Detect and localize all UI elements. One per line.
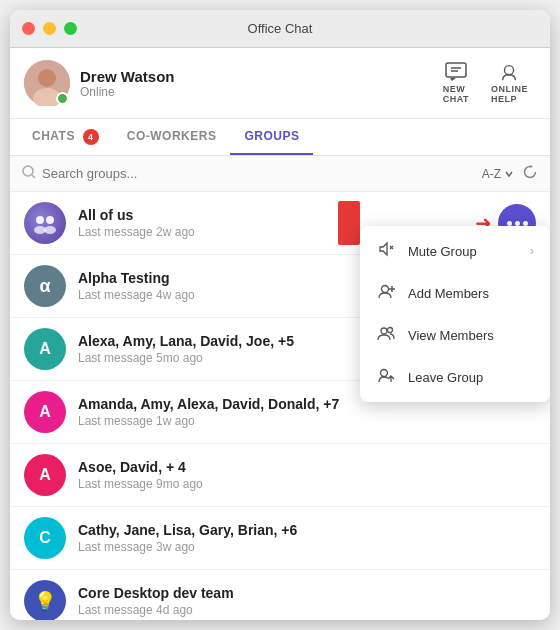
group-item[interactable]: A Asoe, David, + 4 Last message 9mo ago bbox=[10, 444, 550, 507]
mute-icon bbox=[376, 240, 396, 262]
sort-button[interactable]: A-Z bbox=[482, 167, 514, 181]
group-name: Alpha Testing bbox=[78, 270, 358, 286]
group-info: Cathy, Jane, Lisa, Gary, Brian, +6 Last … bbox=[78, 522, 536, 554]
group-last-message: Last message 4d ago bbox=[78, 603, 536, 617]
group-name: All of us bbox=[78, 207, 358, 223]
leave-group-label: Leave Group bbox=[408, 370, 534, 385]
minimize-button[interactable] bbox=[43, 22, 56, 35]
chats-badge: 4 bbox=[83, 129, 99, 145]
group-avatar: α bbox=[24, 265, 66, 307]
refresh-icon bbox=[522, 164, 538, 180]
tab-coworkers[interactable]: CO-WORKERS bbox=[113, 119, 231, 155]
new-chat-label: NEWCHAT bbox=[443, 84, 469, 104]
svg-line-8 bbox=[32, 175, 35, 178]
user-name: Drew Watson bbox=[80, 68, 174, 85]
context-menu: Mute Group › Add Members bbox=[360, 226, 550, 402]
online-help-icon bbox=[497, 62, 521, 82]
group-avatar: C bbox=[24, 517, 66, 559]
search-input[interactable] bbox=[42, 166, 482, 181]
group-last-message: Last message 3w ago bbox=[78, 540, 536, 554]
window-controls bbox=[22, 22, 77, 35]
view-members-item[interactable]: View Members bbox=[360, 314, 550, 356]
svg-point-9 bbox=[36, 216, 44, 224]
refresh-button[interactable] bbox=[522, 164, 538, 183]
mute-chevron-icon: › bbox=[530, 244, 534, 258]
group-avatar: A bbox=[24, 391, 66, 433]
group-name: Cathy, Jane, Lisa, Gary, Brian, +6 bbox=[78, 522, 358, 538]
mute-label: Mute Group bbox=[408, 244, 518, 259]
group-name: Alexa, Amy, Lana, David, Joe, +5 bbox=[78, 333, 358, 349]
group-list: All of us Last message 2w ago ➜ bbox=[10, 192, 550, 620]
group-item[interactable]: All of us Last message 2w ago ➜ bbox=[10, 192, 550, 255]
view-members-label: View Members bbox=[408, 328, 534, 343]
search-icon bbox=[22, 165, 36, 182]
search-bar: A-Z bbox=[10, 156, 550, 192]
window-title: Office Chat bbox=[248, 21, 313, 36]
group-avatar bbox=[24, 202, 66, 244]
svg-point-18 bbox=[381, 328, 387, 334]
add-members-label: Add Members bbox=[408, 286, 534, 301]
svg-point-6 bbox=[505, 66, 514, 75]
group-icon bbox=[32, 210, 58, 236]
add-members-item[interactable]: Add Members bbox=[360, 272, 550, 314]
header: Drew Watson Online NEWCHAT bbox=[10, 48, 550, 119]
svg-point-19 bbox=[388, 328, 393, 333]
avatar-wrap bbox=[24, 60, 70, 106]
user-status: Online bbox=[80, 85, 174, 99]
title-bar: Office Chat bbox=[10, 10, 550, 48]
header-left: Drew Watson Online bbox=[24, 60, 174, 106]
online-help-button[interactable]: ONLINEHELP bbox=[483, 58, 536, 108]
leave-group-item[interactable]: Leave Group bbox=[360, 356, 550, 398]
group-last-message: Last message 1w ago bbox=[78, 414, 536, 428]
maximize-button[interactable] bbox=[64, 22, 77, 35]
add-members-icon bbox=[376, 282, 396, 304]
group-avatar: 💡 bbox=[24, 580, 66, 620]
tab-groups[interactable]: GROUPS bbox=[230, 119, 313, 155]
app-window: Office Chat Drew Watson Online bbox=[10, 10, 550, 620]
mute-group-item[interactable]: Mute Group › bbox=[360, 230, 550, 272]
group-info: Core Desktop dev team Last message 4d ag… bbox=[78, 585, 536, 617]
group-name: Asoe, David, + 4 bbox=[78, 459, 358, 475]
new-chat-icon bbox=[444, 62, 468, 82]
group-last-message: Last message 9mo ago bbox=[78, 477, 536, 491]
tab-chats[interactable]: CHATS 4 bbox=[18, 119, 113, 155]
new-chat-button[interactable]: NEWCHAT bbox=[435, 58, 477, 108]
group-info: Asoe, David, + 4 Last message 9mo ago bbox=[78, 459, 536, 491]
header-actions: NEWCHAT ONLINEHELP bbox=[435, 58, 536, 108]
svg-point-15 bbox=[382, 286, 389, 293]
group-name: Amanda, Amy, Alexa, David, Donald, +7 bbox=[78, 396, 358, 412]
sort-chevron-icon bbox=[504, 169, 514, 179]
dots-icon bbox=[507, 221, 528, 226]
group-item[interactable]: 💡 Core Desktop dev team Last message 4d … bbox=[10, 570, 550, 620]
online-help-label: ONLINEHELP bbox=[491, 84, 528, 104]
tab-bar: CHATS 4 CO-WORKERS GROUPS bbox=[10, 119, 550, 156]
svg-rect-3 bbox=[446, 63, 466, 77]
svg-point-7 bbox=[23, 166, 33, 176]
svg-point-10 bbox=[46, 216, 54, 224]
status-indicator bbox=[56, 92, 69, 105]
leave-group-icon bbox=[376, 366, 396, 388]
view-members-icon bbox=[376, 324, 396, 346]
svg-point-20 bbox=[381, 370, 388, 377]
group-item[interactable]: C Cathy, Jane, Lisa, Gary, Brian, +6 Las… bbox=[10, 507, 550, 570]
svg-point-1 bbox=[38, 69, 56, 87]
group-avatar: A bbox=[24, 328, 66, 370]
user-info: Drew Watson Online bbox=[80, 68, 174, 99]
group-name: Core Desktop dev team bbox=[78, 585, 358, 601]
close-button[interactable] bbox=[22, 22, 35, 35]
group-avatar: A bbox=[24, 454, 66, 496]
svg-point-12 bbox=[44, 226, 56, 234]
red-accent bbox=[338, 201, 360, 245]
